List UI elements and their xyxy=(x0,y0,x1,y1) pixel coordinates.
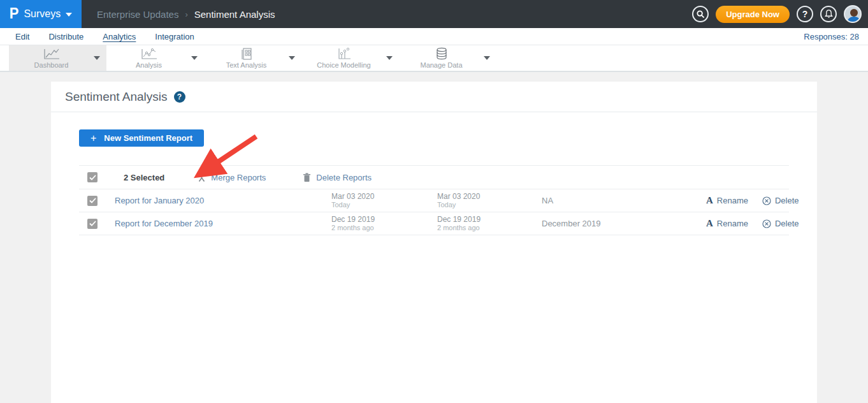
toolbar-label: Choice Modelling xyxy=(317,61,370,69)
delete-button[interactable]: Delete xyxy=(762,196,799,205)
database-icon xyxy=(435,47,448,61)
report-name-link[interactable]: Report for January 2020 xyxy=(115,196,331,205)
reports-table: 2 Selected Merge Reports xyxy=(79,165,789,235)
question-mark-icon: ? xyxy=(802,9,808,19)
new-sentiment-report-button[interactable]: + New Sentiment Report xyxy=(79,129,204,147)
toolbar-label: Analysis xyxy=(136,61,162,69)
modified-date-cell: Dec 19 2019 2 months ago xyxy=(437,216,542,232)
avatar-head xyxy=(850,9,858,17)
toolbar-label: Text Analysis xyxy=(226,61,267,69)
table-row: Report for January 2020 Mar 03 2020 Toda… xyxy=(79,189,789,212)
plus-icon: + xyxy=(90,133,96,144)
circle-x-icon xyxy=(762,196,771,205)
rename-letter-icon: A xyxy=(706,195,713,206)
top-header: P Surveys Enterprise Updates › Sentiment… xyxy=(0,0,868,28)
merge-reports-label: Merge Reports xyxy=(211,173,266,182)
user-avatar[interactable] xyxy=(844,5,862,23)
chevron-down-icon[interactable] xyxy=(484,56,490,60)
breadcrumb-separator-icon: › xyxy=(185,10,187,19)
upgrade-now-button[interactable]: Upgrade Now xyxy=(716,6,790,23)
delete-reports-button[interactable]: Delete Reports xyxy=(303,173,372,182)
search-button[interactable] xyxy=(692,6,709,22)
search-icon xyxy=(697,10,705,18)
tab-integration[interactable]: Integration xyxy=(151,31,198,43)
row-checkbox[interactable] xyxy=(87,196,98,206)
tab-edit[interactable]: Edit xyxy=(11,31,33,43)
breadcrumb-current-page: Sentiment Analysis xyxy=(194,9,275,20)
checkmark-icon xyxy=(89,198,96,203)
proprofs-logo-icon: P xyxy=(10,5,19,22)
toolbar-label: Manage Data xyxy=(420,61,462,69)
header-actions: Upgrade Now ? xyxy=(692,0,862,28)
chevron-down-icon xyxy=(66,13,72,17)
analytics-toolbar: Dashboard Analysis xyxy=(0,45,868,72)
breadcrumb-survey-name[interactable]: Enterprise Updates xyxy=(97,9,178,20)
breadcrumb: Enterprise Updates › Sentiment Analysis xyxy=(97,9,275,20)
delete-button[interactable]: Delete xyxy=(762,219,799,228)
product-switcher[interactable]: P Surveys xyxy=(0,0,82,28)
toolbar-item-text-analysis[interactable]: Text Analysis xyxy=(204,45,301,71)
product-name: Surveys xyxy=(24,8,61,20)
checkmark-icon xyxy=(89,221,96,226)
help-button[interactable]: ? xyxy=(797,6,813,22)
scatter-chart-icon xyxy=(140,48,159,61)
created-date-cell: Dec 19 2019 2 months ago xyxy=(331,216,437,232)
bell-icon xyxy=(825,10,833,18)
tab-analytics[interactable]: Analytics xyxy=(99,31,140,43)
notifications-button[interactable] xyxy=(820,6,837,22)
row-checkbox[interactable] xyxy=(87,219,98,229)
delete-reports-label: Delete Reports xyxy=(316,173,372,182)
chevron-down-icon[interactable] xyxy=(289,56,295,60)
page-title: Sentiment Analysis xyxy=(65,90,168,104)
merge-reports-button[interactable]: Merge Reports xyxy=(198,173,266,182)
report-name-link[interactable]: Report for December 2019 xyxy=(115,219,331,228)
merge-icon xyxy=(198,173,206,182)
chevron-down-icon[interactable] xyxy=(94,56,100,60)
report-tag: NA xyxy=(542,196,706,205)
toolbar-item-choice-modelling[interactable]: Choice Modelling xyxy=(301,45,399,71)
toolbar-item-dashboard[interactable]: Dashboard xyxy=(9,45,106,71)
page-background: Sentiment Analysis ? + New Sentiment Rep… xyxy=(0,72,868,403)
rename-letter-icon: A xyxy=(706,218,713,229)
rename-button[interactable]: A Rename xyxy=(706,218,748,229)
chevron-down-icon[interactable] xyxy=(191,56,198,60)
created-date-cell: Mar 03 2020 Today xyxy=(331,193,437,209)
selected-count: 2 Selected xyxy=(124,173,164,182)
select-all-checkbox[interactable] xyxy=(87,172,98,182)
choice-chart-icon xyxy=(336,47,352,61)
card-title-row: Sentiment Analysis ? xyxy=(51,82,817,112)
sentiment-analysis-card: Sentiment Analysis ? + New Sentiment Rep… xyxy=(51,82,817,403)
tab-distribute[interactable]: Distribute xyxy=(45,31,87,43)
toolbar-item-manage-data[interactable]: Manage Data xyxy=(399,45,496,71)
line-chart-icon xyxy=(42,48,61,61)
text-document-icon xyxy=(240,47,254,61)
rename-button[interactable]: A Rename xyxy=(706,195,748,206)
responses-count: Responses: 28 xyxy=(804,32,859,41)
toolbar-item-analysis[interactable]: Analysis xyxy=(106,45,204,71)
table-row: Report for December 2019 Dec 19 2019 2 m… xyxy=(79,212,789,235)
survey-nav: Edit Distribute Analytics Integration Re… xyxy=(0,28,868,45)
title-help-icon[interactable]: ? xyxy=(174,91,185,103)
toolbar-label: Dashboard xyxy=(34,61,69,69)
new-report-label: New Sentiment Report xyxy=(104,133,192,143)
checkmark-icon xyxy=(89,175,96,180)
circle-x-icon xyxy=(762,219,771,228)
modified-date-cell: Mar 03 2020 Today xyxy=(437,193,542,209)
trash-icon xyxy=(303,173,311,182)
report-tag: December 2019 xyxy=(542,219,706,228)
avatar-body xyxy=(847,17,861,23)
chevron-down-icon[interactable] xyxy=(386,56,393,60)
selection-toolbar-row: 2 Selected Merge Reports xyxy=(79,165,789,189)
